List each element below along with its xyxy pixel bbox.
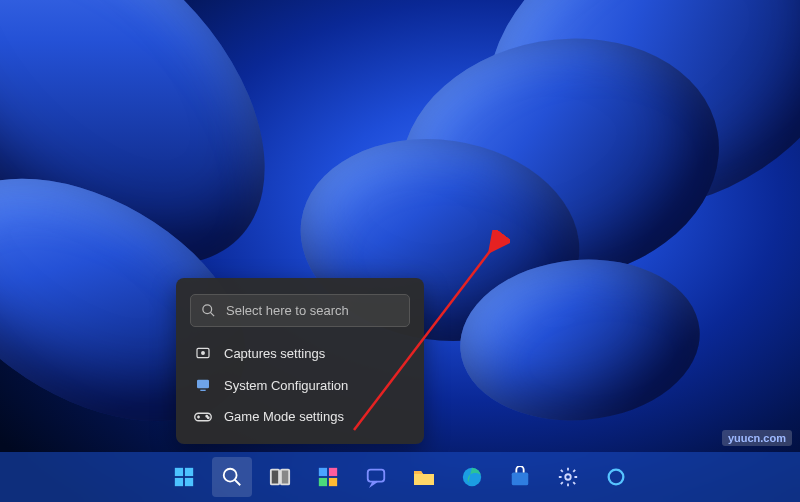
search-placeholder: Select here to search bbox=[226, 303, 349, 318]
game-mode-icon bbox=[194, 410, 212, 424]
svg-point-10 bbox=[208, 417, 210, 419]
menu-item-system-configuration[interactable]: System Configuration bbox=[176, 369, 424, 401]
taskbar-task-view-button[interactable] bbox=[260, 457, 300, 497]
edge-icon bbox=[461, 466, 483, 488]
svg-rect-19 bbox=[281, 470, 289, 485]
svg-point-0 bbox=[203, 305, 212, 314]
svg-rect-24 bbox=[368, 470, 385, 482]
taskbar-cortana-button[interactable] bbox=[596, 457, 636, 497]
svg-rect-4 bbox=[197, 380, 209, 389]
menu-item-label: System Configuration bbox=[224, 378, 348, 393]
system-config-icon bbox=[194, 377, 212, 393]
search-input[interactable]: Select here to search bbox=[190, 294, 410, 327]
svg-rect-23 bbox=[329, 478, 337, 486]
captures-icon bbox=[194, 345, 212, 361]
svg-rect-22 bbox=[319, 478, 327, 486]
svg-line-17 bbox=[235, 480, 241, 486]
folder-icon bbox=[412, 466, 436, 488]
search-icon bbox=[201, 303, 216, 318]
windows-icon bbox=[173, 466, 195, 488]
svg-rect-20 bbox=[319, 468, 327, 476]
task-view-icon bbox=[269, 466, 291, 488]
svg-point-16 bbox=[224, 469, 237, 482]
menu-item-game-mode-settings[interactable]: Game Mode settings bbox=[176, 401, 424, 432]
svg-rect-13 bbox=[185, 468, 193, 476]
taskbar bbox=[0, 452, 800, 502]
taskbar-chat-button[interactable] bbox=[356, 457, 396, 497]
chat-icon bbox=[365, 466, 387, 488]
desktop: Select here to search Captures settings … bbox=[0, 0, 800, 502]
menu-item-captures-settings[interactable]: Captures settings bbox=[176, 337, 424, 369]
search-icon bbox=[221, 466, 243, 488]
widgets-icon bbox=[317, 466, 339, 488]
cortana-icon bbox=[605, 466, 627, 488]
svg-point-3 bbox=[202, 352, 205, 355]
taskbar-settings-button[interactable] bbox=[548, 457, 588, 497]
taskbar-start-button[interactable] bbox=[164, 457, 204, 497]
svg-point-28 bbox=[609, 470, 624, 485]
menu-item-label: Game Mode settings bbox=[224, 409, 344, 424]
svg-rect-18 bbox=[271, 470, 279, 485]
search-popup: Select here to search Captures settings … bbox=[176, 278, 424, 444]
svg-rect-12 bbox=[175, 468, 183, 476]
watermark: yuucn.com bbox=[722, 430, 792, 446]
svg-point-27 bbox=[565, 474, 571, 480]
taskbar-widgets-button[interactable] bbox=[308, 457, 348, 497]
taskbar-search-button[interactable] bbox=[212, 457, 252, 497]
svg-line-1 bbox=[210, 312, 214, 316]
svg-rect-5 bbox=[200, 390, 205, 391]
taskbar-edge-button[interactable] bbox=[452, 457, 492, 497]
store-icon bbox=[509, 466, 531, 488]
svg-rect-26 bbox=[512, 472, 529, 485]
settings-icon bbox=[557, 466, 579, 488]
svg-rect-15 bbox=[185, 478, 193, 486]
svg-rect-14 bbox=[175, 478, 183, 486]
taskbar-file-explorer-button[interactable] bbox=[404, 457, 444, 497]
svg-rect-21 bbox=[329, 468, 337, 476]
menu-item-label: Captures settings bbox=[224, 346, 325, 361]
taskbar-store-button[interactable] bbox=[500, 457, 540, 497]
